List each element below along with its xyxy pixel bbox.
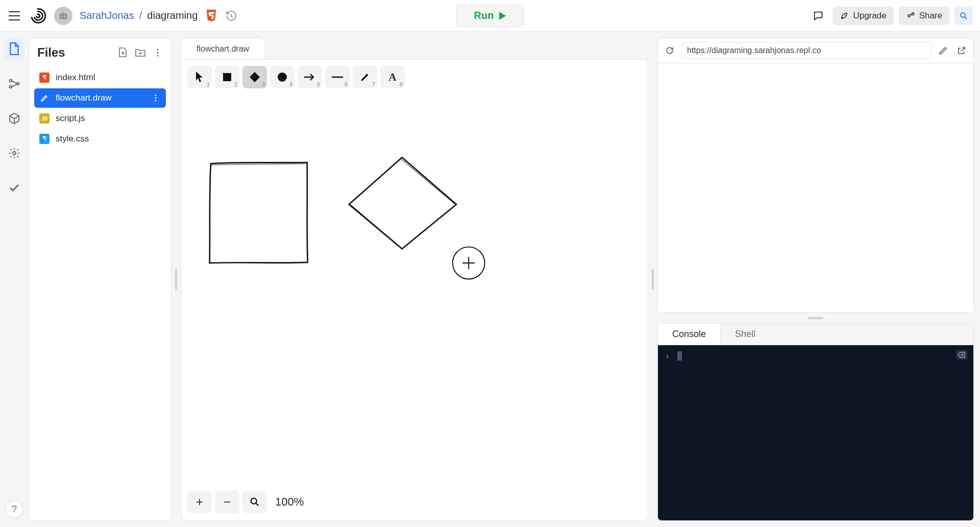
svg-rect-3 (63, 11, 64, 13)
canvas-shapes (181, 88, 648, 520)
dots-vertical-icon (152, 94, 159, 102)
chat-button[interactable] (809, 7, 827, 25)
user-avatar[interactable] (54, 7, 72, 25)
drawing-canvas[interactable]: 1 2 3 4 5 (181, 59, 648, 521)
resize-handle-right[interactable] (650, 32, 655, 527)
rail-files[interactable] (4, 39, 24, 59)
tool-ellipse[interactable]: 4 (270, 66, 295, 88)
svg-point-15 (155, 98, 157, 99)
svg-point-16 (155, 100, 157, 102)
spiral-icon (29, 7, 46, 25)
branch-icon (8, 78, 20, 90)
file-more-button[interactable] (151, 93, 161, 103)
file-row-flowchart-draw[interactable]: flowchart.draw (34, 88, 166, 108)
rail-version-control[interactable] (4, 74, 24, 94)
tool-diamond[interactable]: 3 (242, 66, 267, 88)
console-body[interactable]: › (658, 345, 973, 520)
breadcrumb-user[interactable]: SarahJonas (80, 10, 134, 21)
reload-button[interactable] (663, 44, 676, 57)
share-icon (906, 11, 915, 20)
open-external-button[interactable] (955, 44, 968, 57)
console-tabs: Console Shell (658, 324, 973, 345)
check-icon (8, 182, 20, 194)
css-file-icon (39, 134, 50, 144)
edit-url-button[interactable] (937, 44, 950, 57)
webview-body[interactable] (658, 63, 973, 312)
breadcrumb-repl[interactable]: diagraming (147, 10, 198, 21)
console-prompt: › (665, 352, 670, 361)
tool-arrow[interactable]: 5 (298, 66, 322, 88)
svg-rect-0 (60, 13, 67, 19)
robot-icon (58, 10, 69, 21)
tool-line[interactable]: 6 (325, 66, 350, 88)
zoom-reset-icon (249, 496, 260, 508)
webview-url-input[interactable] (681, 42, 932, 59)
tab-console[interactable]: Console (658, 324, 721, 345)
diamond-icon (250, 72, 260, 82)
svg-point-13 (157, 55, 158, 56)
chat-icon (813, 10, 824, 21)
upgrade-label: Upgrade (853, 11, 886, 21)
tool-hotkey: 4 (289, 81, 292, 87)
file-row-index-html[interactable]: index.html ⋮ (34, 68, 166, 87)
rail-done[interactable] (4, 178, 24, 198)
upgrade-button[interactable]: Upgrade (832, 7, 893, 25)
zoom-reset-button[interactable] (242, 491, 267, 513)
pencil-icon (939, 46, 948, 55)
file-name: flowchart.draw (56, 93, 112, 103)
svg-point-6 (961, 13, 965, 17)
rail-settings[interactable] (4, 143, 24, 163)
js-file-icon: JS (39, 113, 50, 124)
tab-shell[interactable]: Shell (721, 324, 770, 345)
file-name: index.html (56, 73, 95, 83)
question-icon: ? (12, 504, 17, 515)
help-button[interactable]: ? (6, 500, 23, 518)
share-label: Share (919, 11, 942, 21)
svg-point-4 (908, 14, 910, 17)
console-clear-button[interactable] (956, 350, 967, 360)
file-row-script-js[interactable]: JS script.js ⋮ (34, 109, 166, 128)
files-panel: Files index.html ⋮ (29, 38, 172, 521)
search-button[interactable] (954, 7, 973, 25)
new-folder-button[interactable] (134, 46, 146, 59)
tool-hotkey: 7 (372, 81, 375, 87)
folder-plus-icon (135, 48, 145, 57)
tool-rectangle[interactable]: 2 (215, 66, 239, 88)
new-file-button[interactable] (117, 46, 129, 59)
tool-select[interactable]: 1 (187, 66, 212, 88)
history-button[interactable] (225, 10, 237, 22)
tool-hotkey: 6 (345, 81, 348, 87)
rail-packages[interactable] (4, 108, 24, 129)
breadcrumb-separator: / (139, 10, 142, 21)
webview-address-bar (658, 38, 973, 63)
zoom-in-button[interactable]: + (187, 491, 212, 513)
svg-point-1 (61, 15, 63, 17)
backspace-icon (958, 352, 965, 358)
files-menu-button[interactable] (152, 46, 164, 59)
svg-rect-17 (223, 73, 231, 81)
resize-handle-console[interactable] (657, 317, 974, 319)
cube-icon (8, 112, 20, 125)
tool-draw[interactable]: 7 (353, 66, 377, 88)
reload-icon (665, 46, 674, 55)
editor-column: flowchart.draw 1 2 3 4 (181, 38, 648, 521)
minus-icon: − (224, 495, 231, 509)
tool-text[interactable]: A 8 (380, 66, 405, 88)
editor-tabs: flowchart.draw (181, 38, 648, 59)
history-icon (225, 10, 237, 22)
gear-icon (8, 147, 20, 159)
replit-logo[interactable] (29, 7, 47, 25)
arrow-icon (304, 74, 315, 81)
menu-button[interactable] (7, 9, 21, 23)
share-button[interactable]: Share (899, 7, 949, 25)
zoom-out-button[interactable]: − (215, 491, 239, 513)
tool-hotkey: 1 (207, 81, 210, 87)
editor-tab[interactable]: flowchart.draw (181, 38, 265, 59)
run-button[interactable]: Run (456, 5, 524, 27)
language-badge[interactable] (205, 9, 218, 22)
breadcrumb: SarahJonas / diagraming (80, 10, 198, 21)
file-name: style.css (56, 134, 89, 144)
file-row-style-css[interactable]: style.css ⋮ (34, 129, 166, 149)
dots-vertical-icon (154, 48, 162, 57)
resize-handle-left[interactable] (174, 32, 179, 527)
